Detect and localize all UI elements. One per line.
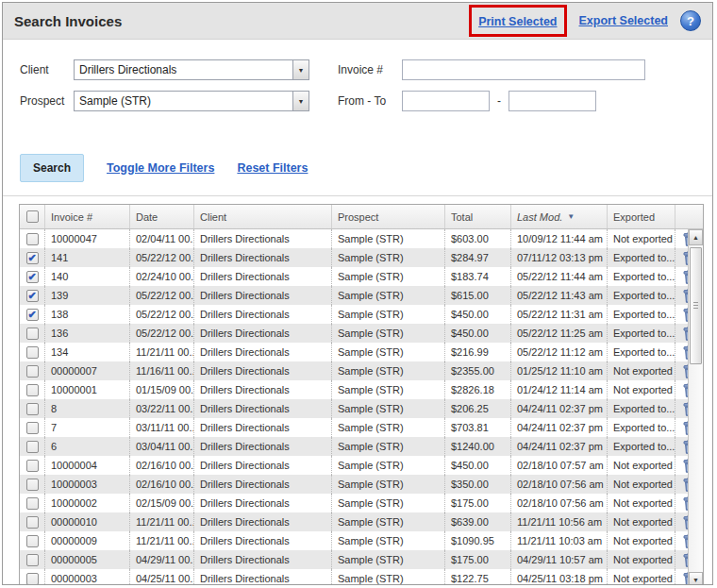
row-checkbox-cell xyxy=(20,229,44,248)
column-header-client[interactable]: Client xyxy=(193,205,331,228)
table-row[interactable]: 8 03/22/11 00... Drillers Directionals S… xyxy=(20,399,688,418)
scrollbar-thumb[interactable] xyxy=(690,247,702,364)
table-row[interactable]: 00000005 04/29/11 00... Drillers Directi… xyxy=(20,550,688,569)
table-row[interactable]: 140 02/24/10 00... Drillers Directionals… xyxy=(20,267,688,286)
row-checkbox[interactable] xyxy=(26,252,39,264)
row-checkbox[interactable] xyxy=(26,573,39,585)
filters-panel: Client Drillers Directionals ▼ Invoice #… xyxy=(3,40,712,111)
table-row[interactable]: 6 03/04/11 00... Drillers Directionals S… xyxy=(20,437,688,456)
scrollbar-track[interactable] xyxy=(689,366,703,572)
column-header-prospect[interactable]: Prospect xyxy=(331,205,444,228)
cell-date: 05/22/12 00... xyxy=(129,248,193,267)
row-checkbox-cell xyxy=(20,531,44,550)
table-row[interactable]: 10000003 02/16/10 00... Drillers Directi… xyxy=(20,475,688,494)
vertical-scrollbar[interactable]: ▲ ▼ xyxy=(688,229,703,585)
cell-client: Drillers Directionals xyxy=(193,305,331,324)
select-all-checkbox[interactable] xyxy=(26,210,39,223)
help-icon[interactable]: ? xyxy=(680,10,701,31)
cell-total: $284.97 xyxy=(444,248,510,267)
row-checkbox-cell xyxy=(20,418,44,437)
row-checkbox[interactable] xyxy=(26,516,39,529)
cell-last-mod: 04/29/11 10:57 am xyxy=(510,550,607,569)
cell-exported: Not exported xyxy=(607,361,675,380)
row-checkbox[interactable] xyxy=(26,554,39,566)
row-checkbox[interactable] xyxy=(26,271,39,283)
cell-date: 02/16/10 00... xyxy=(129,456,193,475)
cell-prospect: Sample (STR) xyxy=(331,475,444,494)
cell-last-mod: 01/25/12 11:10 am xyxy=(510,361,607,380)
row-checkbox[interactable] xyxy=(26,328,39,340)
row-checkbox[interactable] xyxy=(26,309,39,321)
cell-last-mod: 04/24/11 02:37 pm xyxy=(510,399,607,418)
prospect-dropdown[interactable]: Sample (STR) ▼ xyxy=(74,91,309,111)
table-row[interactable]: 139 05/22/12 00... Drillers Directionals… xyxy=(20,286,688,305)
cell-client: Drillers Directionals xyxy=(193,531,331,550)
column-header-exported[interactable]: Exported xyxy=(607,205,675,228)
row-checkbox-cell xyxy=(20,437,44,456)
cell-exported: Not exported xyxy=(607,569,675,585)
row-checkbox[interactable] xyxy=(26,403,39,415)
export-selected-link[interactable]: Export Selected xyxy=(579,14,668,27)
table-row[interactable]: 7 03/11/11 00... Drillers Directionals S… xyxy=(20,418,688,437)
titlebar: Search Invoices Print Selected Export Se… xyxy=(3,3,712,40)
row-checkbox[interactable] xyxy=(26,497,39,510)
date-from-input[interactable] xyxy=(402,91,490,111)
reset-filters-link[interactable]: Reset Filters xyxy=(237,161,308,175)
table-row[interactable]: 10000047 02/04/11 00... Drillers Directi… xyxy=(20,229,688,248)
row-checkbox[interactable] xyxy=(26,441,39,453)
cell-total: $2826.18 xyxy=(444,380,510,399)
cell-prospect: Sample (STR) xyxy=(331,512,444,531)
table-row[interactable]: 00000010 11/21/11 00... Drillers Directi… xyxy=(20,512,688,531)
table-row[interactable]: 10000004 02/16/10 00... Drillers Directi… xyxy=(20,456,688,475)
client-dropdown-value: Drillers Directionals xyxy=(75,63,292,76)
table-row[interactable]: 00000007 11/16/11 00... Drillers Directi… xyxy=(20,361,688,380)
row-checkbox-cell xyxy=(20,324,44,343)
row-checkbox[interactable] xyxy=(26,290,39,302)
row-checkbox[interactable] xyxy=(26,422,39,434)
row-checkbox[interactable] xyxy=(26,460,39,472)
row-checkbox[interactable] xyxy=(26,535,39,547)
table-row[interactable]: 138 05/22/12 00... Drillers Directionals… xyxy=(20,305,688,324)
cell-invoice-number: 10000047 xyxy=(44,229,129,248)
cell-invoice-number: 7 xyxy=(44,418,129,437)
row-checkbox[interactable] xyxy=(26,346,39,359)
table-row[interactable]: 134 11/21/11 00... Drillers Directionals… xyxy=(20,343,688,361)
column-header-invoice[interactable]: Invoice # xyxy=(44,205,129,228)
chevron-down-icon[interactable]: ▼ xyxy=(292,60,308,79)
table-row[interactable]: 141 05/22/12 00... Drillers Directionals… xyxy=(20,248,688,267)
cell-client: Drillers Directionals xyxy=(193,286,331,305)
cell-date: 04/25/11 00... xyxy=(129,569,193,585)
cell-total: $2355.00 xyxy=(444,361,510,380)
client-dropdown[interactable]: Drillers Directionals ▼ xyxy=(74,59,309,80)
table-row[interactable]: 00000009 11/21/11 00... Drillers Directi… xyxy=(20,531,688,550)
table-row[interactable]: 10000002 02/15/09 00... Drillers Directi… xyxy=(20,494,688,512)
row-checkbox[interactable] xyxy=(26,233,39,245)
column-header-date[interactable]: Date xyxy=(129,205,193,228)
row-checkbox[interactable] xyxy=(26,365,39,378)
search-button[interactable]: Search xyxy=(20,154,84,182)
table-row[interactable]: 136 05/22/12 00... Drillers Directionals… xyxy=(20,324,688,343)
row-checkbox[interactable] xyxy=(26,384,39,396)
cell-invoice-number: 10000003 xyxy=(44,475,129,494)
print-selected-link[interactable]: Print Selected xyxy=(478,15,557,28)
date-to-input[interactable] xyxy=(509,91,596,111)
column-header-last-mod[interactable]: Last Mod. ▼ xyxy=(510,205,607,228)
cell-exported: Not exported xyxy=(607,512,675,531)
cell-invoice-number: 00000007 xyxy=(44,361,129,380)
invoice-number-input[interactable] xyxy=(402,59,645,80)
scroll-down-arrow-icon[interactable]: ▼ xyxy=(689,572,703,585)
table-row[interactable]: 00000003 04/25/11 00... Drillers Directi… xyxy=(20,569,688,585)
chevron-down-icon[interactable]: ▼ xyxy=(292,92,308,110)
prospect-label: Prospect xyxy=(20,94,74,108)
toggle-more-filters-link[interactable]: Toggle More Filters xyxy=(107,161,214,175)
column-header-total[interactable]: Total xyxy=(444,205,510,228)
cell-total: $450.00 xyxy=(444,324,510,343)
cell-client: Drillers Directionals xyxy=(193,512,331,531)
row-checkbox[interactable] xyxy=(26,479,39,491)
date-range-label: From - To xyxy=(338,94,402,108)
scroll-up-arrow-icon[interactable]: ▲ xyxy=(689,229,703,245)
filter-row-2: Prospect Sample (STR) ▼ From - To - xyxy=(20,91,701,111)
table-row[interactable]: 10000001 01/15/09 00... Drillers Directi… xyxy=(20,380,688,399)
cell-client: Drillers Directionals xyxy=(193,475,331,494)
cell-client: Drillers Directionals xyxy=(193,550,331,569)
